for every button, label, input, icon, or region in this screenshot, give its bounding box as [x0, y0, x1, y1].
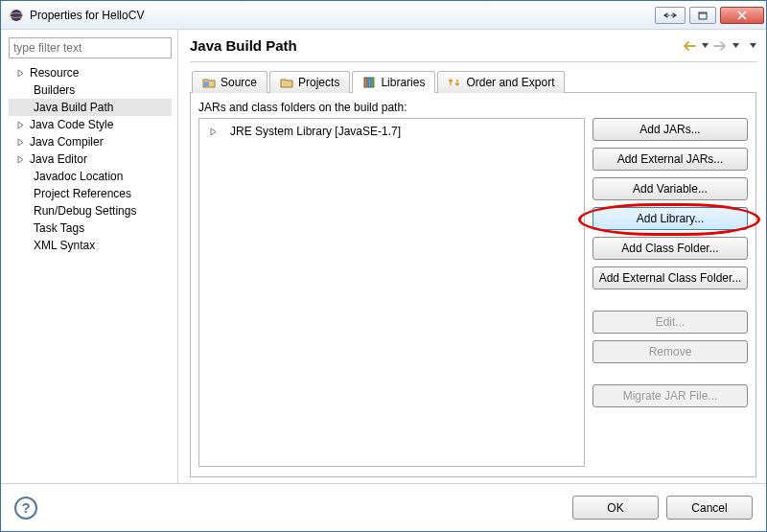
left-pane: Resource Builders Java Build Path Java C… — [1, 30, 178, 483]
tree-item-label: Java Compiler — [30, 135, 104, 149]
button-label: OK — [607, 501, 623, 515]
panel-caption: JARs and class folders on the build path… — [198, 101, 748, 114]
button-label: Remove — [649, 345, 692, 359]
svg-rect-6 — [368, 78, 371, 87]
back-menu-icon[interactable] — [701, 42, 709, 50]
tree-item-java-compiler[interactable]: Java Compiler — [9, 133, 172, 150]
tree-item-label: Javadoc Location — [34, 170, 123, 183]
button-label: Add Library... — [637, 212, 704, 225]
remove-button: Remove — [593, 340, 748, 363]
eclipse-icon — [9, 8, 24, 23]
button-label: Cancel — [691, 501, 727, 515]
button-label: Migrate JAR File... — [623, 389, 718, 403]
tree-item-run-debug[interactable]: Run/Debug Settings — [9, 202, 172, 220]
forward-button[interactable] — [712, 38, 728, 54]
expand-icon[interactable] — [207, 126, 219, 137]
tree-item-project-references[interactable]: Project References — [9, 185, 172, 202]
tree-item-label: Java Build Path — [34, 101, 113, 114]
tree-item-java-build-path[interactable]: Java Build Path — [9, 99, 172, 116]
resize-button[interactable] — [655, 7, 686, 24]
tree-item-task-tags[interactable]: Task Tags — [9, 220, 172, 237]
tree-item-javadoc-location[interactable]: Javadoc Location — [9, 168, 172, 185]
tab-label: Projects — [298, 76, 339, 89]
add-variable-button[interactable]: Add Variable... — [593, 177, 748, 200]
tree-item-label: XML Syntax — [34, 239, 95, 252]
tab-projects[interactable]: Projects — [269, 71, 350, 93]
tab-label: Source — [221, 76, 257, 89]
svg-point-0 — [11, 10, 22, 21]
tree-item-label: Resource — [30, 66, 79, 80]
list-item[interactable]: JRE System Library [JavaSE-1.7] — [203, 123, 580, 140]
expand-icon[interactable] — [14, 136, 26, 148]
properties-dialog: Properties for HelloCV Resource Build — [0, 0, 767, 532]
button-label: Add Class Folder... — [621, 242, 718, 255]
tree-item-resource[interactable]: Resource — [9, 64, 172, 81]
help-button[interactable]: ? — [14, 497, 37, 520]
page-title: Java Build Path — [190, 37, 297, 54]
tab-label: Order and Export — [466, 76, 554, 89]
tree-item-java-editor[interactable]: Java Editor — [9, 150, 172, 168]
content-area: Resource Builders Java Build Path Java C… — [1, 30, 766, 483]
button-label: Add External JARs... — [617, 152, 724, 166]
tree-item-label: Java Editor — [30, 152, 87, 166]
libraries-list[interactable]: JRE System Library [JavaSE-1.7] — [198, 118, 585, 467]
order-export-icon — [448, 76, 461, 89]
list-item-label: JRE System Library [JavaSE-1.7] — [230, 125, 401, 138]
tab-source[interactable]: Source — [192, 71, 267, 93]
tree-item-label: Run/Debug Settings — [34, 204, 136, 218]
source-folder-icon — [202, 76, 216, 89]
add-external-jars-button[interactable]: Add External JARs... — [593, 148, 748, 171]
tree-item-label: Project References — [34, 187, 131, 200]
filter-input[interactable] — [9, 37, 172, 58]
button-label: Edit... — [656, 315, 686, 329]
heading-divider — [190, 61, 756, 62]
tree-item-label: Task Tags — [34, 221, 84, 235]
cancel-button[interactable]: Cancel — [666, 496, 753, 520]
button-column: Add JARs... Add External JARs... Add Var… — [593, 118, 748, 467]
projects-folder-icon — [280, 76, 293, 89]
right-pane: Java Build Path Source Projects — [178, 30, 766, 483]
libraries-panel: JARs and class folders on the build path… — [190, 92, 756, 477]
tree-item-xml-syntax[interactable]: XML Syntax — [9, 237, 172, 254]
titlebar: Properties for HelloCV — [1, 1, 766, 30]
dialog-footer: ? OK Cancel — [1, 483, 766, 531]
tab-label: Libraries — [381, 76, 425, 89]
add-external-class-folder-button[interactable]: Add External Class Folder... — [593, 266, 748, 289]
forward-menu-icon[interactable] — [732, 42, 739, 50]
expand-icon[interactable] — [14, 153, 26, 165]
tab-order[interactable]: Order and Export — [437, 71, 565, 93]
edit-button: Edit... — [593, 311, 748, 334]
back-button[interactable] — [682, 38, 697, 54]
svg-rect-4 — [204, 81, 209, 86]
button-label: Add External Class Folder... — [599, 271, 742, 285]
add-jars-button[interactable]: Add JARs... — [593, 118, 748, 141]
view-menu-icon[interactable] — [749, 42, 756, 50]
svg-rect-7 — [372, 78, 374, 87]
tree-item-java-code-style[interactable]: Java Code Style — [9, 116, 172, 133]
button-label: Add Variable... — [633, 182, 708, 196]
window-title: Properties for HelloCV — [30, 9, 655, 22]
tree-item-builders[interactable]: Builders — [9, 81, 172, 99]
nav-toolbar — [682, 38, 756, 54]
close-button[interactable] — [720, 7, 764, 24]
maximize-button[interactable] — [689, 7, 716, 24]
add-class-folder-button[interactable]: Add Class Folder... — [593, 237, 748, 260]
expand-icon[interactable] — [14, 119, 26, 130]
add-library-button[interactable]: Add Library... — [593, 207, 748, 230]
ok-button[interactable]: OK — [572, 496, 659, 520]
button-label: Add JARs... — [639, 123, 700, 136]
expand-icon[interactable] — [14, 67, 26, 79]
tree-item-label: Java Code Style — [30, 118, 113, 131]
tab-libraries[interactable]: Libraries — [352, 71, 435, 93]
tree-item-label: Builders — [34, 83, 75, 97]
migrate-jar-button: Migrate JAR File... — [593, 384, 748, 407]
window-buttons — [655, 7, 764, 24]
tabbar: Source Projects Libraries Order and Expo… — [190, 70, 756, 92]
category-tree[interactable]: Resource Builders Java Build Path Java C… — [9, 64, 172, 477]
library-icon — [362, 76, 376, 89]
svg-rect-5 — [364, 78, 367, 87]
